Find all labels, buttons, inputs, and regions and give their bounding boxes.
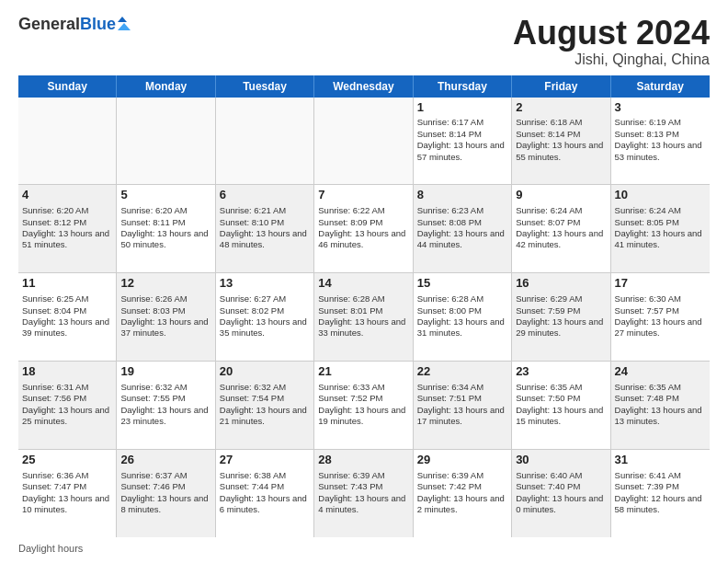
calendar-cell bbox=[216, 98, 314, 185]
cell-info: Daylight: 13 hours and 2 minutes. bbox=[417, 493, 507, 516]
calendar-cell: 20Sunrise: 6:32 AMSunset: 7:54 PMDayligh… bbox=[216, 362, 314, 449]
day-number: 26 bbox=[120, 453, 210, 468]
day-number: 14 bbox=[318, 276, 408, 292]
cell-info: Sunset: 7:42 PM bbox=[417, 481, 507, 492]
calendar-cell: 17Sunrise: 6:30 AMSunset: 7:57 PMDayligh… bbox=[611, 273, 710, 361]
cell-info: Daylight: 13 hours and 33 minutes. bbox=[318, 316, 408, 339]
daylight-label: Daylight hours bbox=[18, 543, 83, 554]
cell-info: Sunrise: 6:33 AM bbox=[318, 382, 408, 393]
cell-info: Sunset: 7:48 PM bbox=[615, 393, 706, 404]
cell-info: Sunrise: 6:41 AM bbox=[615, 470, 706, 481]
calendar-cell bbox=[18, 98, 117, 185]
cell-info: Sunrise: 6:35 AM bbox=[516, 382, 606, 393]
cell-info: Sunrise: 6:25 AM bbox=[22, 293, 112, 304]
day-number: 3 bbox=[615, 100, 706, 116]
calendar-header-tuesday: Tuesday bbox=[216, 75, 314, 98]
day-number: 7 bbox=[318, 188, 408, 203]
cell-info: Sunset: 7:59 PM bbox=[516, 305, 606, 316]
cell-info: Sunrise: 6:39 AM bbox=[417, 470, 507, 481]
day-number: 15 bbox=[417, 276, 507, 292]
day-number: 6 bbox=[220, 188, 310, 203]
calendar-row-2: 11Sunrise: 6:25 AMSunset: 8:04 PMDayligh… bbox=[18, 273, 710, 362]
day-number: 1 bbox=[417, 100, 507, 116]
cell-info: Daylight: 13 hours and 29 minutes. bbox=[516, 316, 606, 339]
calendar-cell: 1Sunrise: 6:17 AMSunset: 8:14 PMDaylight… bbox=[414, 98, 512, 185]
cell-info: Sunrise: 6:40 AM bbox=[516, 470, 606, 481]
cell-info: Sunset: 8:14 PM bbox=[516, 129, 606, 140]
day-number: 5 bbox=[120, 188, 210, 203]
day-number: 16 bbox=[516, 276, 606, 292]
cell-info: Daylight: 13 hours and 13 minutes. bbox=[615, 405, 706, 428]
cell-info: Sunrise: 6:20 AM bbox=[22, 205, 112, 216]
calendar-cell: 31Sunrise: 6:41 AMSunset: 7:39 PMDayligh… bbox=[611, 450, 710, 537]
cell-info: Daylight: 13 hours and 53 minutes. bbox=[615, 140, 706, 163]
calendar-cell: 26Sunrise: 6:37 AMSunset: 7:46 PMDayligh… bbox=[117, 450, 215, 537]
calendar-cell: 9Sunrise: 6:24 AMSunset: 8:07 PMDaylight… bbox=[512, 185, 610, 272]
cell-info: Sunrise: 6:38 AM bbox=[220, 470, 310, 481]
cell-info: Sunrise: 6:17 AM bbox=[417, 117, 507, 128]
cell-info: Sunrise: 6:28 AM bbox=[318, 293, 408, 304]
day-number: 20 bbox=[220, 364, 310, 380]
logo-top-triangle bbox=[118, 17, 127, 22]
calendar-cell: 23Sunrise: 6:35 AMSunset: 7:50 PMDayligh… bbox=[512, 362, 610, 449]
cell-info: Sunset: 7:54 PM bbox=[220, 393, 310, 404]
day-number: 12 bbox=[120, 276, 210, 292]
cell-info: Sunset: 7:50 PM bbox=[516, 393, 606, 404]
cell-info: Daylight: 13 hours and 55 minutes. bbox=[516, 140, 606, 163]
cell-info: Sunset: 8:00 PM bbox=[417, 305, 507, 316]
calendar-cell: 16Sunrise: 6:29 AMSunset: 7:59 PMDayligh… bbox=[512, 273, 610, 361]
calendar-cell: 14Sunrise: 6:28 AMSunset: 8:01 PMDayligh… bbox=[314, 273, 413, 361]
day-number: 21 bbox=[318, 364, 408, 380]
cell-info: Daylight: 13 hours and 10 minutes. bbox=[22, 493, 112, 516]
day-number: 13 bbox=[220, 276, 310, 292]
calendar-row-3: 18Sunrise: 6:31 AMSunset: 7:56 PMDayligh… bbox=[18, 362, 710, 450]
cell-info: Daylight: 13 hours and 35 minutes. bbox=[220, 316, 310, 339]
cell-info: Daylight: 13 hours and 37 minutes. bbox=[120, 316, 210, 339]
day-number: 30 bbox=[516, 453, 606, 468]
calendar-cell: 30Sunrise: 6:40 AMSunset: 7:40 PMDayligh… bbox=[512, 450, 610, 537]
location: Jishi, Qinghai, China bbox=[513, 52, 710, 68]
day-number: 22 bbox=[417, 364, 507, 380]
cell-info: Sunset: 7:43 PM bbox=[318, 481, 408, 492]
cell-info: Sunset: 8:14 PM bbox=[417, 129, 507, 140]
cell-info: Sunset: 8:11 PM bbox=[120, 217, 210, 228]
calendar-cell: 15Sunrise: 6:28 AMSunset: 8:00 PMDayligh… bbox=[414, 273, 512, 361]
calendar-cell: 25Sunrise: 6:36 AMSunset: 7:47 PMDayligh… bbox=[18, 450, 117, 537]
calendar-cell: 6Sunrise: 6:21 AMSunset: 8:10 PMDaylight… bbox=[216, 185, 314, 272]
cell-info: Sunset: 7:40 PM bbox=[516, 481, 606, 492]
cell-info: Sunset: 7:39 PM bbox=[615, 481, 706, 492]
cell-info: Sunrise: 6:24 AM bbox=[615, 205, 706, 216]
day-number: 17 bbox=[615, 276, 706, 292]
day-number: 8 bbox=[417, 188, 507, 203]
calendar-cell: 28Sunrise: 6:39 AMSunset: 7:43 PMDayligh… bbox=[314, 450, 413, 537]
cell-info: Sunset: 8:03 PM bbox=[120, 305, 210, 316]
calendar-row-4: 25Sunrise: 6:36 AMSunset: 7:47 PMDayligh… bbox=[18, 450, 710, 537]
cell-info: Sunset: 8:05 PM bbox=[615, 217, 706, 228]
cell-info: Sunrise: 6:35 AM bbox=[615, 382, 706, 393]
calendar-body: 1Sunrise: 6:17 AMSunset: 8:14 PMDaylight… bbox=[18, 98, 710, 537]
calendar-header-monday: Monday bbox=[117, 75, 215, 98]
calendar-cell: 8Sunrise: 6:23 AMSunset: 8:08 PMDaylight… bbox=[414, 185, 512, 272]
cell-info: Sunset: 8:10 PM bbox=[220, 217, 310, 228]
cell-info: Daylight: 13 hours and 44 minutes. bbox=[417, 228, 507, 251]
cell-info: Daylight: 13 hours and 23 minutes. bbox=[120, 405, 210, 428]
calendar-header-friday: Friday bbox=[512, 75, 610, 98]
cell-info: Daylight: 13 hours and 0 minutes. bbox=[516, 493, 606, 516]
header: General Blue August 2024 Jishi, Qinghai,… bbox=[18, 15, 710, 68]
calendar-header: SundayMondayTuesdayWednesdayThursdayFrid… bbox=[18, 75, 710, 98]
calendar-cell: 13Sunrise: 6:27 AMSunset: 8:02 PMDayligh… bbox=[216, 273, 314, 361]
calendar-header-thursday: Thursday bbox=[414, 75, 512, 98]
day-number: 25 bbox=[22, 453, 112, 468]
cell-info: Sunrise: 6:34 AM bbox=[417, 382, 507, 393]
logo-blue-text: Blue bbox=[80, 15, 116, 34]
cell-info: Sunset: 7:46 PM bbox=[120, 481, 210, 492]
cell-info: Daylight: 13 hours and 19 minutes. bbox=[318, 405, 408, 428]
cell-info: Sunset: 8:08 PM bbox=[417, 217, 507, 228]
calendar-cell: 11Sunrise: 6:25 AMSunset: 8:04 PMDayligh… bbox=[18, 273, 117, 361]
cell-info: Sunrise: 6:19 AM bbox=[615, 117, 706, 128]
header-right: August 2024 Jishi, Qinghai, China bbox=[513, 15, 710, 68]
cell-info: Sunset: 7:52 PM bbox=[318, 393, 408, 404]
cell-info: Sunset: 7:51 PM bbox=[417, 393, 507, 404]
calendar-cell: 21Sunrise: 6:33 AMSunset: 7:52 PMDayligh… bbox=[314, 362, 413, 449]
cell-info: Sunrise: 6:39 AM bbox=[318, 470, 408, 481]
